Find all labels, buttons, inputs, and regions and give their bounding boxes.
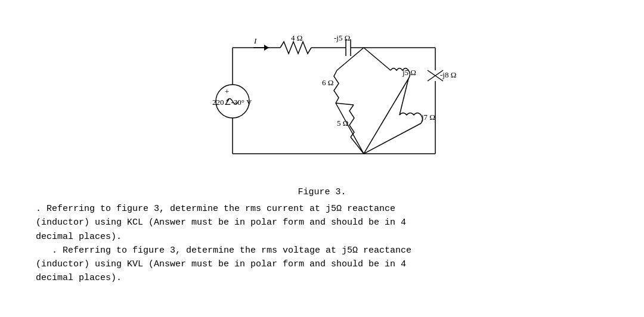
svg-text:220∠-30° V: 220∠-30° V [212, 98, 252, 107]
svg-text:j7 Ω: j7 Ω [421, 113, 435, 122]
svg-text:j5 Ω: j5 Ω [402, 68, 416, 77]
svg-text:4 Ω: 4 Ω [291, 33, 302, 42]
svg-line-27 [336, 103, 354, 105]
question-2: . Referring to figure 3, determine the r… [36, 244, 608, 285]
circuit-svg: text { font-family: 'Times New Roman', s… [155, 11, 489, 184]
questions-block: . Referring to figure 3, determine the r… [36, 202, 608, 285]
svg-text:-j8 Ω: -j8 Ω [440, 70, 456, 79]
svg-line-30 [400, 79, 408, 115]
svg-text:I: I [253, 36, 257, 45]
svg-text:-j5 Ω: -j5 Ω [334, 33, 350, 42]
svg-text:+: + [225, 87, 229, 96]
question-1: . Referring to figure 3, determine the r… [36, 202, 608, 244]
svg-text:6 Ω: 6 Ω [322, 78, 333, 87]
svg-line-24 [364, 48, 391, 70]
circuit-diagram: text { font-family: 'Times New Roman', s… [155, 11, 489, 184]
page-container: text { font-family: 'Times New Roman', s… [0, 0, 644, 317]
svg-marker-8 [264, 45, 269, 51]
svg-text:5 Ω: 5 Ω [337, 119, 348, 128]
figure-caption-text: Figure 3. [298, 187, 346, 197]
svg-line-28 [351, 137, 364, 154]
svg-line-25 [364, 79, 408, 154]
figure-caption: Figure 3. [298, 187, 346, 197]
